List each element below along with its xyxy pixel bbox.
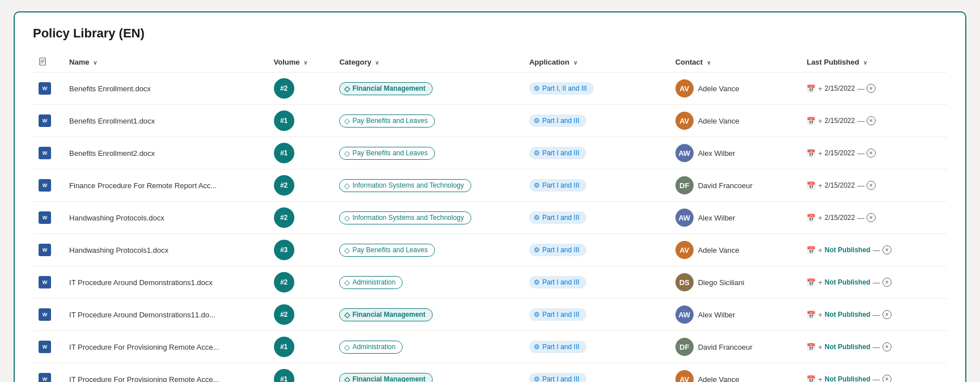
close-icon[interactable]: ✕: [867, 181, 876, 190]
category-tag[interactable]: ◇ Information Systems and Technology: [339, 211, 471, 224]
close-icon[interactable]: ✕: [867, 116, 876, 125]
category-cell[interactable]: ◇ Administration: [333, 331, 523, 363]
category-cell[interactable]: ◇ Financial Management: [333, 363, 523, 383]
close-icon[interactable]: ✕: [867, 84, 876, 93]
category-cell[interactable]: ◇ Administration: [333, 266, 523, 299]
close-icon[interactable]: ✕: [867, 213, 876, 222]
col-header-application[interactable]: Application ∨: [523, 52, 670, 73]
volume-cell: #2: [268, 202, 334, 234]
category-tag[interactable]: ◇ Pay Benefits and Leaves: [339, 114, 435, 128]
app-tag[interactable]: ⚙ Part I and III: [529, 308, 586, 321]
published-info: 📅 + 2/15/2022 — ✕: [806, 148, 941, 158]
published-cell[interactable]: 📅 + Not Published — ✕: [801, 363, 947, 383]
name-cell[interactable]: Handwashing Protocols.docx: [64, 202, 268, 234]
app-tag[interactable]: ⚙ Part I and III: [529, 341, 586, 353]
app-tag[interactable]: ⚙ Part I, II and III: [529, 82, 594, 95]
app-tag[interactable]: ⚙ Part I and III: [529, 276, 586, 288]
application-cell[interactable]: ⚙ Part I and III: [523, 363, 670, 383]
application-cell[interactable]: ⚙ Part I and III: [523, 299, 670, 331]
contact-name: Adele Vance: [698, 84, 740, 93]
col-header-volume[interactable]: Volume ∨: [268, 52, 334, 73]
published-cell[interactable]: 📅 + 2/15/2022 — ✕: [801, 137, 947, 169]
tag-icon: ◇: [344, 84, 350, 93]
category-cell[interactable]: ◇ Pay Benefits and Leaves: [333, 137, 523, 169]
col-header-published[interactable]: Last Published ∨: [801, 52, 947, 73]
name-cell[interactable]: IT Procedure For Provisioning Remote Acc…: [64, 363, 268, 383]
tag-icon: ◇: [344, 117, 350, 125]
app-tag[interactable]: ⚙ Part I and III: [529, 179, 586, 192]
name-cell[interactable]: IT Procedure For Provisioning Remote Acc…: [64, 331, 268, 363]
category-tag[interactable]: ◇ Administration: [339, 341, 403, 354]
plus-icon[interactable]: +: [818, 149, 822, 158]
close-icon[interactable]: ✕: [867, 148, 876, 158]
plus-icon[interactable]: +: [818, 84, 822, 93]
close-icon[interactable]: ✕: [882, 342, 892, 351]
application-cell[interactable]: ⚙ Part I and III: [523, 105, 670, 137]
plus-icon[interactable]: +: [818, 181, 822, 190]
col-header-category[interactable]: Category ∨: [333, 52, 523, 73]
category-cell[interactable]: ◇ Information Systems and Technology: [333, 169, 523, 202]
name-cell[interactable]: Benefits Enrollment.docx: [64, 73, 268, 105]
contact-name: Alex Wilber: [698, 311, 736, 319]
published-cell[interactable]: 📅 + Not Published — ✕: [801, 331, 947, 363]
name-cell[interactable]: IT Procedure Around Demonstrations1.docx: [64, 266, 268, 299]
category-cell[interactable]: ◇ Financial Management: [333, 73, 523, 105]
category-cell[interactable]: ◇ Pay Benefits and Leaves: [333, 105, 523, 137]
app-tag[interactable]: ⚙ Part I and III: [529, 147, 586, 159]
name-cell[interactable]: Benefits Enrollment1.docx: [64, 105, 268, 137]
avatar: DF: [675, 176, 694, 194]
plus-icon[interactable]: +: [818, 117, 822, 125]
close-icon[interactable]: ✕: [882, 375, 892, 382]
category-cell[interactable]: ◇ Information Systems and Technology: [333, 202, 523, 234]
application-cell[interactable]: ⚙ Part I, II and III: [523, 73, 670, 105]
published-cell[interactable]: 📅 + 2/15/2022 — ✕: [801, 105, 947, 137]
contact-info: DS Diego Siciliani: [675, 273, 796, 291]
category-tag[interactable]: ◇ Administration: [339, 276, 403, 289]
col-header-contact[interactable]: Contact ∨: [670, 52, 801, 73]
close-icon[interactable]: ✕: [882, 310, 892, 319]
published-cell[interactable]: 📅 + 2/15/2022 — ✕: [801, 202, 947, 234]
category-tag[interactable]: ◇ Financial Management: [339, 308, 433, 321]
category-cell[interactable]: ◇ Pay Benefits and Leaves: [333, 234, 523, 266]
name-cell[interactable]: IT Procedure Around Demonstrations11.do.…: [64, 299, 268, 331]
contact-info: DF David Francoeur: [675, 176, 796, 194]
app-tag[interactable]: ⚙ Part I and III: [529, 373, 586, 382]
application-cell[interactable]: ⚙ Part I and III: [523, 331, 670, 363]
plus-icon[interactable]: +: [818, 278, 822, 287]
category-tag[interactable]: ◇ Pay Benefits and Leaves: [339, 244, 435, 257]
file-icon-cell: W: [33, 299, 64, 331]
category-tag[interactable]: ◇ Information Systems and Technology: [339, 179, 471, 192]
published-cell[interactable]: 📅 + Not Published — ✕: [801, 266, 947, 299]
category-tag[interactable]: ◇ Financial Management: [339, 373, 433, 383]
plus-icon[interactable]: +: [818, 375, 822, 383]
sort-icon-name: ∨: [93, 60, 97, 66]
category-cell[interactable]: ◇ Financial Management: [333, 299, 523, 331]
category-tag[interactable]: ◇ Pay Benefits and Leaves: [339, 147, 435, 160]
contact-info: AV Adele Vance: [675, 79, 796, 97]
plus-icon[interactable]: +: [818, 343, 822, 351]
volume-badge: #2: [274, 78, 294, 99]
name-cell[interactable]: Handwashing Protocols1.docx: [64, 234, 268, 266]
published-cell[interactable]: 📅 + Not Published — ✕: [801, 234, 947, 266]
name-cell[interactable]: Finance Procedure For Remote Report Acc.…: [64, 169, 268, 202]
published-cell[interactable]: 📅 + Not Published — ✕: [801, 299, 947, 331]
col-header-name[interactable]: Name ∨: [64, 52, 268, 73]
plus-icon[interactable]: +: [818, 246, 822, 254]
published-cell[interactable]: 📅 + 2/15/2022 — ✕: [801, 169, 947, 202]
app-tag[interactable]: ⚙ Part I and III: [529, 244, 586, 256]
name-cell[interactable]: Benefits Enrollment2.docx: [64, 137, 268, 169]
application-cell[interactable]: ⚙ Part I and III: [523, 137, 670, 169]
plus-icon[interactable]: +: [818, 214, 822, 222]
plus-icon[interactable]: +: [818, 311, 822, 319]
policy-library-container: Policy Library (EN) Name ∨: [14, 11, 966, 382]
app-tag[interactable]: ⚙ Part I and III: [529, 114, 586, 127]
close-icon[interactable]: ✕: [882, 245, 892, 254]
application-cell[interactable]: ⚙ Part I and III: [523, 266, 670, 299]
category-tag[interactable]: ◇ Financial Management: [339, 82, 433, 95]
application-cell[interactable]: ⚙ Part I and III: [523, 169, 670, 202]
application-cell[interactable]: ⚙ Part I and III: [523, 202, 670, 234]
application-cell[interactable]: ⚙ Part I and III: [523, 234, 670, 266]
app-tag[interactable]: ⚙ Part I and III: [529, 211, 586, 224]
published-cell[interactable]: 📅 + 2/15/2022 — ✕: [801, 73, 947, 105]
close-icon[interactable]: ✕: [882, 278, 892, 287]
